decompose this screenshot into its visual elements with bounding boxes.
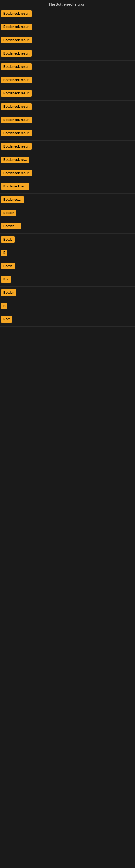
result-row: B — [0, 300, 135, 313]
bottleneck-badge[interactable]: Bottleneck result — [1, 170, 32, 176]
bottleneck-badge[interactable]: Bottlen — [1, 210, 16, 216]
result-row: B — [0, 247, 135, 260]
bottleneck-badge[interactable]: Bottleneck result — [1, 103, 32, 110]
result-row: Bottleneck resu — [0, 180, 135, 194]
bottleneck-badge[interactable]: B — [1, 250, 7, 256]
result-row: Bott — [0, 313, 135, 327]
result-row: Bottleneck result — [0, 48, 135, 61]
result-row: Bottleneck result — [0, 167, 135, 180]
bottleneck-badge[interactable]: Bottleneck result — [1, 37, 32, 43]
bottleneck-badge[interactable]: Bottleneck result — [1, 117, 32, 123]
result-row: Bottleneck result — [0, 61, 135, 74]
bottleneck-badge[interactable]: Bottleneck result — [1, 10, 32, 17]
result-row: Bottleneck result — [0, 74, 135, 87]
result-row: Bottleneck result — [0, 21, 135, 34]
bottleneck-badge[interactable]: Bottleneck result — [1, 130, 32, 136]
result-row: Bottleneck result — [0, 87, 135, 101]
bottleneck-badge[interactable]: Bottleneck result — [1, 90, 32, 97]
result-row: Bottle — [0, 234, 135, 247]
bottleneck-badge[interactable]: Bottleneck result — [1, 50, 32, 57]
bottleneck-badge[interactable]: Bottleneck result — [1, 143, 32, 150]
result-row: Bot — [0, 273, 135, 287]
result-row: Bottleneck result — [0, 34, 135, 48]
result-row: Bottlen — [0, 207, 135, 220]
result-row: Bottleneck resu — [0, 154, 135, 167]
bottleneck-badge[interactable]: Bott — [1, 316, 12, 322]
result-row: Bottleneck result — [0, 127, 135, 141]
result-row: Bottlen — [0, 287, 135, 300]
bottleneck-badge[interactable]: Bottleneck result — [1, 24, 32, 30]
bottleneck-badge[interactable]: Bottle — [1, 263, 14, 269]
bottleneck-badge[interactable]: Bottleneck result — [1, 77, 32, 83]
result-row: Bottleneck result — [0, 114, 135, 127]
site-title: TheBottlenecker.com — [0, 0, 135, 8]
result-row: Bottleneck — [0, 220, 135, 234]
bottleneck-badge[interactable]: Bottleneck resu — [1, 183, 30, 190]
results-list: Bottleneck resultBottleneck resultBottle… — [0, 8, 135, 327]
bottleneck-badge[interactable]: Bottlen — [1, 289, 16, 296]
bottleneck-badge[interactable]: Bottleneck r — [1, 196, 24, 203]
bottleneck-badge[interactable]: Bottleneck resu — [1, 156, 30, 163]
bottleneck-badge[interactable]: Bottle — [1, 236, 14, 243]
bottleneck-badge[interactable]: B — [1, 303, 7, 309]
result-row: Bottleneck result — [0, 101, 135, 114]
result-row: Bottleneck result — [0, 141, 135, 154]
result-row: Bottle — [0, 260, 135, 273]
result-row: Bottleneck result — [0, 8, 135, 21]
bottleneck-badge[interactable]: Bot — [1, 276, 11, 283]
result-row: Bottleneck r — [0, 194, 135, 207]
page-wrapper: TheBottlenecker.com Bottleneck resultBot… — [0, 0, 135, 868]
bottleneck-badge[interactable]: Bottleneck — [1, 223, 21, 229]
bottleneck-badge[interactable]: Bottleneck result — [1, 63, 32, 70]
